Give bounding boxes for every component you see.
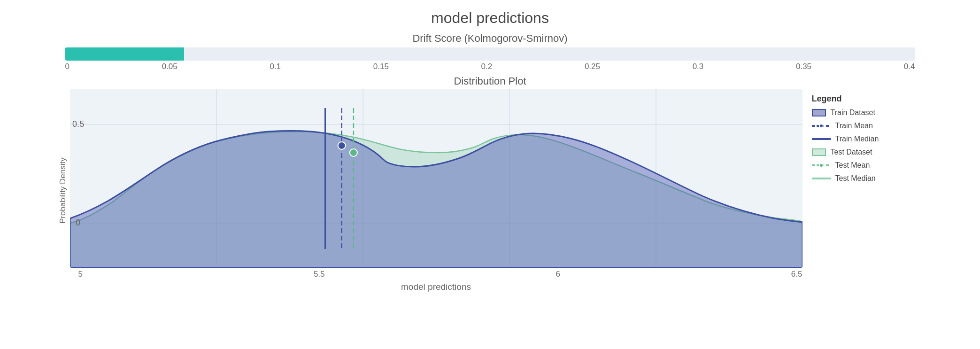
- drift-title: Drift Score (Kolmogorov-Smirnov): [56, 32, 925, 45]
- scale-015: 0.15: [373, 62, 389, 71]
- legend-test-dataset: Test Dataset: [812, 148, 915, 156]
- legend-label-train-mean: Train Mean: [835, 122, 873, 130]
- legend-train-median: Train Median: [812, 135, 915, 143]
- legend-train-dataset: Train Dataset: [812, 109, 915, 117]
- legend-test-median: Test Median: [812, 174, 915, 183]
- x-axis-area: 5 5.5 6 6.5: [70, 268, 803, 279]
- scale-02: 0.2: [481, 62, 493, 71]
- drift-section: Drift Score (Kolmogorov-Smirnov) 0 0.05 …: [56, 32, 925, 71]
- scale-035: 0.35: [796, 62, 811, 71]
- chart-title: model predictions: [431, 9, 549, 27]
- plot-wrapper: 0 0.5 5 5.5 6 6.5 model predictions: [70, 89, 803, 292]
- legend-icon-train-dataset: [812, 109, 826, 116]
- chart-area: Probability Density: [56, 89, 925, 292]
- legend-label-test-dataset: Test Dataset: [831, 148, 872, 156]
- x-tick-55: 5.5: [314, 270, 325, 279]
- scale-01: 0.1: [270, 62, 281, 71]
- x-axis-title: model predictions: [70, 282, 803, 292]
- svg-text:0: 0: [76, 218, 80, 227]
- scale-025: 0.25: [585, 62, 600, 71]
- legend-icon-test-median: [812, 178, 831, 179]
- svg-text:0.5: 0.5: [72, 119, 84, 129]
- distribution-section: Distribution Plot Probability Density: [56, 75, 925, 292]
- svg-point-8: [338, 142, 345, 149]
- scale-0: 0: [65, 62, 69, 71]
- y-axis-label: Probability Density: [56, 89, 70, 292]
- legend-test-mean: Test Mean: [812, 161, 915, 170]
- legend-train-mean: Train Mean: [812, 122, 915, 130]
- legend-label-test-median: Test Median: [835, 174, 876, 183]
- x-tick-5: 5: [78, 270, 83, 279]
- plot-background: 0 0.5: [70, 89, 803, 268]
- legend-icon-test-mean: [812, 164, 831, 166]
- x-tick-6: 6: [556, 270, 560, 279]
- drift-scale: 0 0.05 0.1 0.15 0.2 0.25 0.3 0.35 0.4: [56, 61, 925, 71]
- drift-bar-fill: [65, 47, 184, 61]
- drift-bar: [65, 47, 915, 61]
- legend-icon-test-dataset: [812, 148, 826, 156]
- scale-005: 0.05: [162, 62, 177, 71]
- legend-title: Legend: [812, 94, 915, 104]
- distribution-plot: 0 0.5: [70, 89, 803, 268]
- x-tick-65: 6.5: [791, 270, 803, 279]
- legend-icon-train-median: [812, 138, 831, 140]
- legend-label-test-mean: Test Mean: [835, 161, 870, 170]
- scale-04: 0.4: [904, 62, 915, 71]
- dist-title: Distribution Plot: [56, 75, 925, 87]
- main-container: model predictions Drift Score (Kolmogoro…: [0, 0, 980, 349]
- legend-box: Legend Train Dataset Train Mean: [803, 89, 925, 292]
- legend-icon-train-mean: [812, 125, 831, 127]
- legend-label-train-median: Train Median: [835, 135, 879, 143]
- legend-label-train-dataset: Train Dataset: [831, 109, 875, 117]
- scale-03: 0.3: [693, 62, 704, 71]
- svg-point-10: [349, 149, 357, 156]
